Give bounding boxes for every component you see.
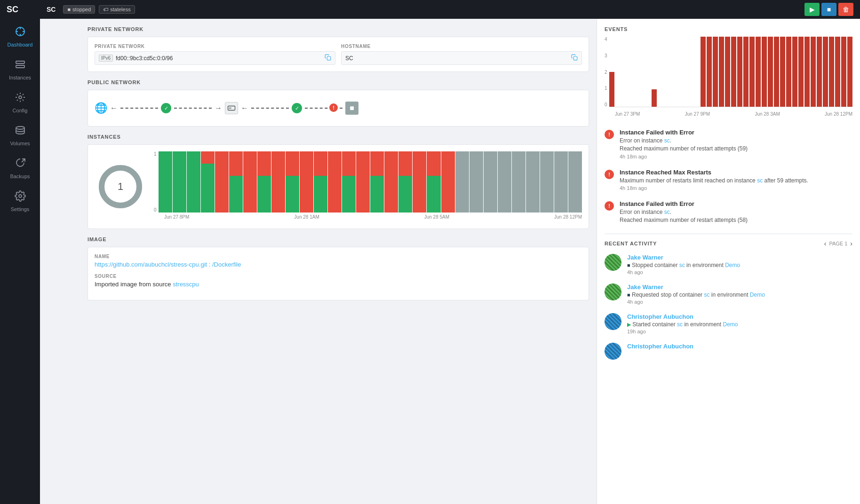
activity-link2-1[interactable]: Demo [725,262,740,268]
stop-button[interactable]: ■ [821,3,836,16]
bar-segment-gray [554,151,568,213]
image-source-field: SOURCE Imported image from source stress… [95,274,582,288]
event-time-1: 4h 18m ago [620,154,748,159]
instances-section: INSTANCES 1 1 [88,134,589,229]
events-bar [762,37,767,107]
config-icon [15,92,26,106]
events-bar [847,37,852,107]
sidebar-logo: SC [0,5,18,15]
bar-column [554,151,568,213]
bar-segment-gray [512,151,526,213]
sidebar-item-volumes[interactable]: Volumes [0,119,40,152]
bar-column [370,151,384,213]
bar-column [356,151,370,213]
sidebar-item-instances[interactable]: Instances [0,53,40,86]
bar-segment-red [398,151,412,176]
status-stateless-badge: 🏷 stateless [99,5,135,14]
bar-column [187,151,200,213]
next-page-button[interactable]: › [850,240,852,247]
activity-link2-3[interactable]: Demo [723,321,738,328]
bar-segment-red [271,151,285,213]
bar-column [540,151,554,213]
event-link-1[interactable]: sc [664,137,670,144]
image-source-link[interactable]: stresscpu [173,281,199,288]
event-text-2: Maximum number of restarts limit reached… [620,177,808,185]
bar-segment-red [328,151,342,213]
activity-link2-2[interactable]: Demo [750,291,765,298]
events-title: EVENTS [605,26,852,32]
events-bar [841,37,846,107]
events-x-label-4: Jun 28 12PM [825,111,852,117]
activity-link1-2[interactable]: sc [704,291,709,298]
pagination: ‹ PAGE 1 › [824,240,852,247]
events-bar [798,37,804,107]
events-bar [609,72,614,107]
copy-hostname-icon[interactable] [571,54,578,62]
stop-square-icon: ■ [67,7,71,12]
tag-icon: 🏷 [103,7,108,12]
image-name-field: NAME https://github.com/aubuchcl/stress-… [95,254,582,268]
bar-segment-green [229,176,243,213]
svg-rect-12 [228,106,235,110]
x-label-2: Jun 28 1AM [294,214,319,220]
svg-rect-6 [16,65,24,68]
sidebar-item-settings[interactable]: Settings [0,185,40,218]
bar-column [484,151,497,213]
copy-ip-icon[interactable] [325,54,331,62]
activity-time-3: 19h ago [627,329,852,334]
event-content-3: Instance Failed with Error Error on inst… [620,200,748,224]
bar-column [568,151,582,213]
bar-column [498,151,511,213]
activity-time-1: 4h ago [627,269,852,275]
activity-time-2: 4h ago [627,299,852,305]
bar-segment-green [286,176,299,213]
delete-button[interactable]: 🗑 [838,3,853,16]
activity-item-3: Christopher Aubuchon ▶ Started container… [605,313,852,334]
sidebar-item-dashboard[interactable]: Dashboard [0,20,40,53]
bar-column [314,151,327,213]
ip-address: fd00::9bc3:cd5c:0:0/96 [116,55,173,62]
events-bar [707,37,712,107]
sidebar-item-config[interactable]: Config [0,86,40,119]
activity-link1-1[interactable]: sc [679,262,685,268]
event-error-text-3: Reached maximum number of restart attemp… [620,216,748,224]
bar-column [455,151,469,213]
event-time-2: 4h 18m ago [620,185,808,191]
bar-segment-gray [540,151,554,213]
event-content-1: Instance Failed with Error Error on inst… [620,129,748,159]
svg-rect-11 [573,56,577,60]
bar-column [342,151,356,213]
events-bar-chart: 4 3 2 1 0 Jun 27 3PM Jun 27 9PM Jun 28 3… [605,37,852,121]
recent-activity-section: RECENT ACTIVITY ‹ PAGE 1 › Jake Warner ■… [605,240,852,360]
backups-icon [15,158,26,172]
activity-link1-3[interactable]: sc [677,321,683,328]
activity-name-4: Christopher Aubuchon [627,343,852,350]
activity-item-2: Jake Warner ■ Requested stop of containe… [605,284,852,305]
bar-column [243,151,257,213]
play-button[interactable]: ▶ [804,3,820,16]
events-x-label-1: Jun 27 3PM [615,111,640,117]
sidebar-item-backups[interactable]: Backups [0,152,40,185]
bar-segment-red [441,151,455,213]
topbar-actions: ▶ ■ 🗑 [804,3,853,16]
bar-segment-red [229,151,243,176]
bar-segment-red [427,151,440,176]
sidebar-item-label: Settings [11,206,30,212]
bar-segment-green [257,176,271,213]
check-circle-1: ✓ [161,103,171,113]
arrow-left-2: ← [241,104,248,112]
event-link-3[interactable]: sc [664,209,670,215]
main-content: PRIVATE NETWORK PRIVATE NETWORK IPv6 fd0… [80,19,860,504]
events-x-label-3: Jun 28 3AM [755,111,780,117]
activity-text-1: ■ Stopped container sc in environment De… [627,262,852,268]
check-circle-2: ✓ [292,103,302,113]
ipv6-field: PRIVATE NETWORK IPv6 fd00::9bc3:cd5c:0:0… [95,44,335,65]
prev-page-button[interactable]: ‹ [824,240,827,247]
events-bar [749,37,755,107]
image-name-link[interactable]: https://github.com/aubuchcl/stress-cpu.g… [95,261,241,268]
events-bar [719,37,724,107]
event-link-2[interactable]: sc [757,177,763,184]
event-error-icon-2: ! [605,170,614,179]
y-0: 0 [605,102,607,107]
bar-column [470,151,483,213]
